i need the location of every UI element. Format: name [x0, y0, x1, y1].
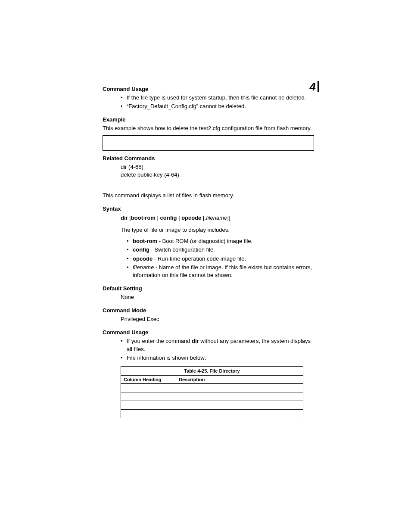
list-item: If the file type is used for system star…	[121, 94, 314, 102]
syntax-part: boot-rom	[131, 215, 156, 221]
related-command-line: delete public-key (4-64)	[121, 171, 314, 179]
table-cell	[121, 410, 176, 418]
table-cell	[121, 384, 176, 392]
table-row	[121, 401, 303, 410]
syntax-bracket: [:	[201, 215, 206, 221]
syntax-sep: |	[177, 215, 182, 221]
document-page: 4 Command Usage If the file type is used…	[0, 0, 411, 418]
table-row	[121, 384, 303, 392]
table-title: Table 4-25. File Directory	[121, 366, 303, 375]
command-description: This command displays a list of files in…	[103, 192, 314, 199]
option-name-italic: filename	[133, 264, 154, 271]
syntax-part: opcode	[181, 215, 201, 221]
syntax-bracket: [	[128, 215, 131, 221]
table-cell	[176, 392, 303, 401]
table-cell	[176, 401, 303, 410]
list-item: If you enter the command dir without any…	[121, 337, 314, 353]
heading-example: Example	[103, 116, 314, 123]
option-name: config	[133, 246, 149, 253]
cu2-bullet1-bold: dir	[192, 338, 199, 344]
heading-default-setting: Default Setting	[103, 285, 314, 292]
example-text: This example shows how to delete the tes…	[103, 124, 314, 132]
example-code-box	[103, 135, 314, 151]
command-mode-value: Privileged Exec	[103, 315, 314, 323]
table-row	[121, 392, 303, 401]
heading-related-commands: Related Commands	[103, 155, 314, 162]
list-item: “Factory_Default_Config.cfg” cannot be d…	[121, 103, 314, 110]
option-desc: - Boot ROM (or diagnostic) image file.	[157, 238, 252, 244]
table-header: Column Heading	[121, 376, 176, 384]
heading-command-usage-1: Command Usage	[103, 86, 314, 92]
table-wrapper: Table 4-25. File Directory Column Headin…	[121, 366, 314, 418]
file-directory-table: Column Heading Description	[121, 375, 303, 418]
syntax-part: dir	[121, 215, 128, 221]
syntax-bracket: ]]	[227, 215, 230, 221]
option-name: boot-rom	[133, 238, 157, 244]
table-cell	[176, 384, 303, 392]
table-header-row: Column Heading Description	[121, 376, 303, 384]
default-setting-value: None	[103, 293, 314, 301]
option-desc: - Name of the file or image. If this fil…	[133, 264, 312, 278]
syntax-sep: |	[156, 215, 160, 221]
table-row	[121, 410, 303, 418]
cu2-bullet1-pre: If you enter the command	[127, 338, 192, 344]
heading-syntax: Syntax	[103, 205, 314, 212]
table-cell	[121, 401, 176, 410]
syntax-command: dir [boot-rom | config | opcode [:filena…	[103, 214, 314, 222]
option-name: opcode	[133, 255, 153, 262]
syntax-options-list: boot-rom - Boot ROM (or diagnostic) imag…	[103, 237, 314, 279]
syntax-filename: filename	[206, 215, 227, 221]
list-item: opcode - Run-time operation code image f…	[127, 255, 314, 263]
table-cell	[176, 410, 303, 418]
syntax-part: config	[160, 215, 177, 221]
heading-command-usage-2: Command Usage	[103, 329, 314, 336]
command-usage-1-list: If the file type is used for system star…	[103, 94, 314, 110]
heading-command-mode: Command Mode	[103, 307, 314, 314]
table-cell	[121, 392, 176, 401]
list-item: File information is shown below:	[121, 354, 314, 362]
list-item: config - Switch configuration file.	[127, 246, 314, 254]
table-header: Description	[176, 376, 303, 384]
related-commands-block: dir (4-65) delete public-key (4-64)	[103, 163, 314, 179]
syntax-type-intro: The type of file or image to display inc…	[103, 226, 314, 234]
list-item: boot-rom - Boot ROM (or diagnostic) imag…	[127, 237, 314, 245]
list-item: filename - Name of the file or image. If…	[127, 264, 314, 279]
chapter-number: 4	[310, 81, 319, 92]
option-desc: - Switch configuration file.	[149, 246, 215, 253]
command-usage-2-list: If you enter the command dir without any…	[103, 337, 314, 362]
related-command-line: dir (4-65)	[121, 163, 314, 171]
option-desc: - Run-time operation code image file.	[153, 255, 246, 262]
